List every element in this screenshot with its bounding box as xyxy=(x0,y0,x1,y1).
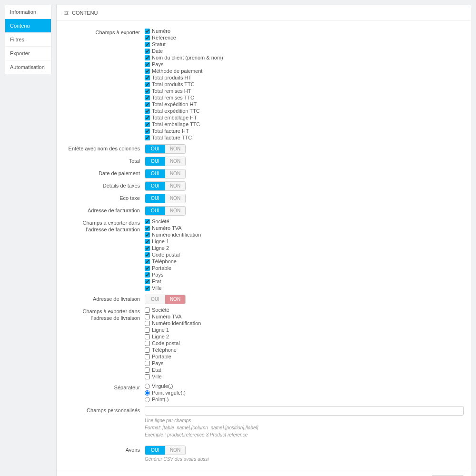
radio-item[interactable]: Point(.) xyxy=(145,397,464,403)
checkbox-item[interactable]: Ligne 1 xyxy=(145,238,464,245)
checkbox[interactable] xyxy=(145,115,150,120)
sidebar-item-exporter[interactable]: Exporter xyxy=(5,47,51,60)
checkbox[interactable] xyxy=(145,307,150,313)
checkbox-item[interactable]: Ligne 1 xyxy=(145,327,464,333)
checkbox-item[interactable]: Téléphone xyxy=(145,347,464,353)
checkbox-item[interactable]: Ville xyxy=(145,374,464,380)
sidebar-item-contenu[interactable]: Contenu xyxy=(5,19,51,33)
checkbox[interactable] xyxy=(145,314,150,319)
checkbox-item[interactable]: Pays xyxy=(145,360,464,367)
checkbox-item[interactable]: Etat xyxy=(145,367,464,373)
checkbox-item[interactable]: Total produits TTC xyxy=(145,81,464,88)
checkbox-item[interactable]: Total facture HT xyxy=(145,128,464,134)
checkbox-item[interactable]: Total remises TTC xyxy=(145,95,464,101)
checkbox[interactable] xyxy=(145,232,150,238)
checkbox-item[interactable]: Ligne 2 xyxy=(145,245,464,251)
checkbox[interactable] xyxy=(145,129,150,134)
custom-help-3: Exemple : product.reference.3.Product re… xyxy=(145,432,464,438)
checkbox[interactable] xyxy=(145,69,150,74)
header-toggle[interactable]: OUINON xyxy=(145,144,186,154)
sidebar-item-filtres[interactable]: Filtres xyxy=(5,33,51,47)
checkbox-item[interactable]: Total expédition TTC xyxy=(145,108,464,114)
checkbox-item[interactable]: Société xyxy=(145,307,464,313)
checkbox-item[interactable]: Statut xyxy=(145,41,464,48)
checkbox[interactable] xyxy=(145,272,150,278)
checkbox[interactable] xyxy=(145,102,150,107)
checkbox-item[interactable]: Code postal xyxy=(145,340,464,347)
checkbox-item[interactable]: Société xyxy=(145,218,464,225)
checkbox-item[interactable]: Total remises HT xyxy=(145,88,464,94)
checkbox[interactable] xyxy=(145,226,150,231)
checkbox[interactable] xyxy=(145,266,150,271)
checkbox-item[interactable]: Numéro identification xyxy=(145,232,464,238)
checkbox-item[interactable]: Téléphone xyxy=(145,258,464,265)
checkbox-item[interactable]: Portable xyxy=(145,354,464,360)
payment-date-toggle[interactable]: OUINON xyxy=(145,169,186,178)
delivery-addr-toggle[interactable]: OUINON xyxy=(145,295,186,304)
checkbox-item[interactable]: Pays xyxy=(145,272,464,278)
checkbox-item[interactable]: Etat xyxy=(145,278,464,285)
checkbox[interactable] xyxy=(145,109,150,114)
checkbox[interactable] xyxy=(145,246,150,251)
checkbox-item[interactable]: Total emballage HT xyxy=(145,115,464,121)
checkbox-label: Portable xyxy=(152,265,171,271)
radio[interactable] xyxy=(145,397,150,402)
radio-item[interactable]: Point virgule(;) xyxy=(145,390,464,396)
checkbox-item[interactable]: Code postal xyxy=(145,252,464,258)
checkbox[interactable] xyxy=(145,219,150,224)
checkbox[interactable] xyxy=(145,122,150,127)
sidebar-item-automatisation[interactable]: Automatisation xyxy=(5,60,51,74)
checkbox[interactable] xyxy=(145,75,150,80)
checkbox[interactable] xyxy=(145,49,150,54)
checkbox-item[interactable]: Numéro identification xyxy=(145,320,464,327)
checkbox[interactable] xyxy=(145,252,150,258)
checkbox-item[interactable]: Date xyxy=(145,48,464,54)
checkbox[interactable] xyxy=(145,42,150,47)
checkbox[interactable] xyxy=(145,341,150,346)
checkbox-item[interactable]: Total produits HT xyxy=(145,75,464,81)
checkbox[interactable] xyxy=(145,279,150,284)
credits-toggle[interactable]: OUINON xyxy=(145,446,186,455)
checkbox[interactable] xyxy=(145,35,150,40)
checkbox[interactable] xyxy=(145,239,150,244)
checkbox[interactable] xyxy=(145,347,150,353)
checkbox-item[interactable]: Numéro TVA xyxy=(145,314,464,320)
checkbox[interactable] xyxy=(145,82,150,87)
checkbox[interactable] xyxy=(145,327,150,333)
checkbox[interactable] xyxy=(145,29,150,34)
checkbox-item[interactable]: Ligne 2 xyxy=(145,334,464,340)
checkbox[interactable] xyxy=(145,95,150,100)
checkbox-item[interactable]: Ville xyxy=(145,285,464,291)
checkbox[interactable] xyxy=(145,367,150,373)
checkbox[interactable] xyxy=(145,334,150,339)
checkbox-item[interactable]: Référence xyxy=(145,35,464,41)
radio-item[interactable]: Virgule(,) xyxy=(145,383,464,389)
radio[interactable] xyxy=(145,384,150,389)
checkbox-item[interactable]: Nom du client (prénom & nom) xyxy=(145,55,464,61)
checkbox[interactable] xyxy=(145,55,150,60)
checkbox[interactable] xyxy=(145,374,150,379)
checkbox-item[interactable]: Numéro xyxy=(145,28,464,34)
checkbox-item[interactable]: Pays xyxy=(145,61,464,68)
checkbox-item[interactable]: Total facture TTC xyxy=(145,135,464,141)
checkbox-item[interactable]: Numéro TVA xyxy=(145,225,464,231)
total-toggle[interactable]: OUINON xyxy=(145,157,186,166)
eco-tax-toggle[interactable]: OUINON xyxy=(145,194,186,203)
checkbox-item[interactable]: Portable xyxy=(145,265,464,271)
billing-addr-toggle[interactable]: OUINON xyxy=(145,206,186,216)
sidebar-item-information[interactable]: Information xyxy=(5,5,51,19)
tax-details-toggle[interactable]: OUINON xyxy=(145,181,186,191)
checkbox[interactable] xyxy=(145,321,150,326)
custom-fields-input[interactable] xyxy=(145,406,464,416)
checkbox[interactable] xyxy=(145,286,150,291)
checkbox[interactable] xyxy=(145,89,150,94)
checkbox[interactable] xyxy=(145,354,150,359)
checkbox[interactable] xyxy=(145,62,150,67)
checkbox-item[interactable]: Total expédition HT xyxy=(145,101,464,108)
checkbox-item[interactable]: Total emballage TTC xyxy=(145,121,464,128)
checkbox-item[interactable]: Méthode de paiement xyxy=(145,68,464,74)
checkbox[interactable] xyxy=(145,361,150,366)
checkbox[interactable] xyxy=(145,135,150,140)
radio[interactable] xyxy=(145,390,150,396)
checkbox[interactable] xyxy=(145,259,150,264)
